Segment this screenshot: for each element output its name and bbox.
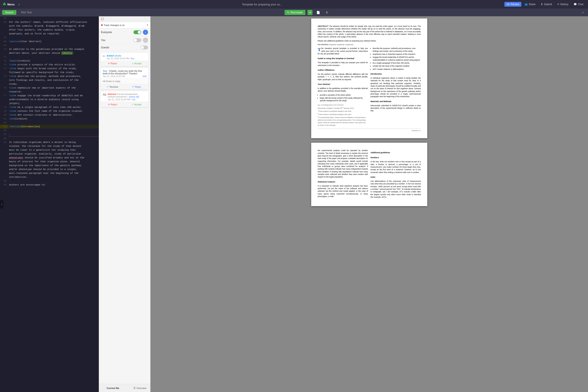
current-file-nav[interactable]: 📄 Current file — [101, 386, 121, 390]
source-line: 69 — [0, 44, 99, 47]
tune-icon[interactable]: ♪ — [18, 2, 20, 6]
guide-text: This template is provided to help you pr… — [318, 61, 368, 66]
source-line: 80 \item NOT contain citations or abbrev… — [0, 113, 99, 117]
you-toggle[interactable] — [134, 38, 141, 42]
materials-title: Materials and Methods — [370, 100, 421, 103]
track-changes-bar: Track changes is on ▾ — [99, 22, 150, 28]
reply-btn-row: ✓ Resolve ↩ Reply — [100, 84, 148, 90]
reply-card: You : Charlie, could you write the first… — [100, 68, 148, 90]
left-collapse-arrow[interactable]: ‹ — [0, 200, 4, 208]
bullet-item: be a single paragraph of less than 250 w… — [373, 62, 421, 64]
source-line: 73 \item provide a synopsis of the entir… — [0, 63, 99, 66]
accept-button-2[interactable]: ✓ Accept — [124, 102, 148, 107]
source-line: 85 : — [0, 132, 99, 136]
keywords: KEYWORDS Keyword; Keyword2; Keyword3; ..… — [318, 44, 421, 46]
reply-author-row: You : Charlie, could you write the first… — [103, 70, 146, 75]
bullet-item: provide a synopsis of the entire article… — [320, 94, 368, 96]
logo-icon: ☘ — [2, 2, 6, 7]
source-line: 79 \item contain the full name of the or… — [0, 109, 99, 113]
track-changes-dropdown[interactable]: ▾ — [147, 24, 148, 26]
richtext-tab[interactable]: Rich Text — [18, 10, 34, 15]
reply-edit-link[interactable]: Edit — [143, 75, 146, 78]
source-line: 68 \section{Your Abstract} — [0, 40, 99, 44]
reply-action-button[interactable]: ↩ Reply — [124, 84, 148, 90]
everyone-toggle-slider — [134, 30, 141, 34]
materials-text: Manuscripts submitted to GENETICS should… — [370, 104, 421, 112]
menu-label[interactable]: Menu — [7, 3, 14, 6]
you-nav-arrow[interactable]: ‹ — [143, 38, 148, 43]
show-all-link[interactable]: [show all] — [129, 96, 139, 98]
edit-icon: ✏ — [103, 54, 105, 58]
abstract-extra: Please see additional guidelines notes o… — [318, 40, 421, 42]
preview-two-col-1: This Genetics journal template is provid… — [318, 47, 421, 126]
top-bar: ☘ Menu ♪ Template for preparing your su.… — [0, 0, 588, 8]
reply-meta: Jan 22, 2019 10:45 PM Edit — [103, 75, 146, 78]
preview-right-col: describe the purpose, methods and proced… — [370, 47, 421, 126]
bullet-item: NOT contain citations or abbreviations. — [373, 68, 421, 70]
numbers-text: In the text, write out numbers nine or l… — [370, 160, 421, 174]
review-button[interactable]: Ab Review — [504, 2, 522, 7]
you-toggle-slider — [134, 38, 141, 42]
everyone-label: Everyone — [101, 31, 112, 34]
comments-scroll: ✏ Added ideally Jan 22, 2019 10:45 PM • … — [99, 51, 150, 384]
current-file-icon: 📄 — [103, 387, 106, 390]
accept-button-1[interactable]: ✓ Accept — [124, 60, 148, 66]
source-line: 65 — [0, 16, 99, 20]
source-tab[interactable]: Source — [2, 10, 16, 15]
deleted-text: Deleted For the introduction, authors sh… — [108, 93, 146, 98]
history-button[interactable]: ↺ History — [555, 2, 570, 7]
recompile-button[interactable]: ↻ Recompile — [284, 10, 306, 15]
page-divider — [311, 140, 427, 140]
you-label: You — [101, 39, 105, 42]
deleted-card-actions: ✕ Reject ✓ Accept — [100, 102, 148, 107]
intro-title: Introduction — [370, 73, 421, 76]
reply-card-header: You : Charlie, could you write the first… — [100, 68, 148, 78]
recompile-dropdown[interactable]: ▾ — [308, 10, 312, 15]
page-number: Genetics | 1 — [318, 128, 421, 132]
affiliations-text: For the authors' names, indicate differe… — [318, 73, 368, 81]
bullet-item: describe the purpose, methods and proced… — [373, 47, 421, 52]
guests-toggle[interactable] — [140, 46, 148, 50]
doc-icon-button[interactable]: 📄 — [315, 10, 322, 15]
reject-button-1[interactable]: ✕ Reject — [100, 60, 124, 66]
intro-text: In individual organisms where a mutant i… — [370, 77, 421, 98]
deleted-header: Ab Deleted For the introduction, authors… — [100, 91, 148, 102]
expand-button[interactable]: ⤢ — [580, 10, 586, 15]
change-action: Added ideally — [106, 54, 134, 57]
preview-page2-left: the experimental analysis could be repea… — [318, 149, 368, 200]
source-line: 83 \section{Introduction} — [0, 125, 99, 128]
source-line: 75 \item describe the purpose, methods a… — [0, 74, 99, 86]
reply-input[interactable] — [100, 78, 148, 84]
everyone-toggle[interactable] — [134, 30, 141, 34]
preview-bullets-right: describe the purpose, methods and proced… — [370, 47, 421, 70]
logo[interactable]: ☘ Menu — [2, 2, 14, 7]
dropcap-text: This Genetics journal template is provid… — [318, 47, 368, 55]
everyone-nav-arrow[interactable]: › — [143, 30, 148, 35]
guests-label: Guests — [101, 46, 109, 49]
you-toggle-row: You ‹ — [99, 36, 150, 44]
download-icon-button[interactable]: ⬇ — [324, 10, 330, 15]
page2-left-text: the experimental analysis could be repea… — [318, 149, 368, 178]
statistical-text: It is important to indicate what statist… — [318, 184, 368, 198]
collapse-arrow-button[interactable]: ‹ — [0, 200, 4, 208]
statistical-title: Statistical Analysis — [318, 180, 368, 183]
comments-header: 💬 — [99, 16, 150, 22]
source-line: 88 — [0, 179, 99, 183]
second-bar-right: ⤢ — [580, 10, 586, 15]
doi-text: doi: 10.1534/genetics.XXX.XXXXXX Manuscr… — [318, 104, 368, 126]
bullet-item: emphasize new or important aspects of th… — [373, 53, 421, 56]
guests-toggle-row: Guests — [99, 44, 150, 51]
chat-button[interactable]: 💬 Chat — [572, 2, 586, 7]
source-line: 78 \item be a single paragraph of less t… — [0, 105, 99, 109]
source-line: 82 — [0, 121, 99, 125]
submit-button[interactable]: ⬆ Submit — [538, 2, 554, 7]
resolve-button[interactable]: ✓ Resolve — [100, 84, 124, 90]
share-button[interactable]: 👥 Share — [522, 2, 538, 7]
overview-nav[interactable]: ☰ Overview — [132, 386, 148, 390]
reject-button-2[interactable]: ✕ Reject — [100, 102, 124, 107]
preview-bullets-left: provide a synopsis of the entire article… — [318, 94, 368, 102]
track-changes-label: Track changes is on — [101, 24, 125, 26]
second-bar: Source Rich Text ↻ Recompile ▾ 📄 ⬇ ⤢ — [0, 8, 588, 16]
preview-left-col: This Genetics journal template is provid… — [318, 47, 368, 126]
recompile-icon: ↻ — [287, 11, 289, 14]
